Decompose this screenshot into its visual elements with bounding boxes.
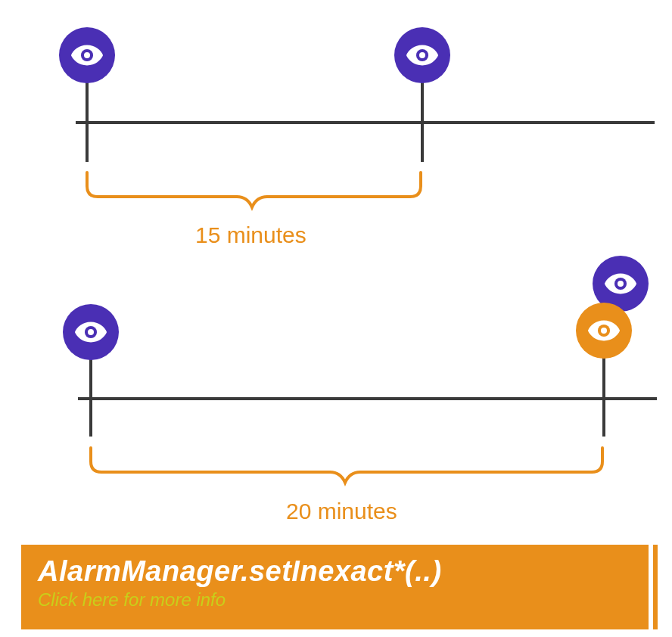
eye-icon bbox=[603, 266, 638, 301]
svg-point-5 bbox=[88, 329, 94, 335]
timeline-1-axis bbox=[76, 121, 655, 124]
svg-point-1 bbox=[84, 52, 90, 58]
brace-2 bbox=[89, 446, 604, 492]
svg-point-9 bbox=[601, 328, 607, 334]
svg-point-7 bbox=[618, 281, 624, 287]
footer-subtitle: Click here for more info bbox=[38, 589, 632, 611]
timeline-1-tick-start bbox=[86, 98, 89, 162]
timeline-2-axis bbox=[78, 397, 657, 400]
timeline-1-tick-end bbox=[421, 98, 424, 162]
footer-callout[interactable]: AlarmManager.setInexact*(..) Click here … bbox=[21, 545, 653, 629]
footer-title: AlarmManager.setInexact*(..) bbox=[38, 555, 632, 588]
eye-icon bbox=[586, 313, 621, 348]
eye-icon bbox=[73, 315, 108, 350]
eye-icon bbox=[405, 38, 440, 73]
timeline-2-tick-start bbox=[89, 374, 92, 437]
eye-marker-icon bbox=[394, 27, 450, 83]
timeline-2-tick-end bbox=[602, 374, 605, 437]
interval-2-label: 20 minutes bbox=[286, 499, 397, 524]
interval-1-label: 15 minutes bbox=[195, 222, 306, 248]
diagram-canvas: 15 minutes 20 minutes AlarmManager bbox=[0, 0, 672, 637]
brace-1 bbox=[86, 171, 422, 216]
eye-icon bbox=[70, 38, 104, 73]
eye-marker-icon bbox=[59, 27, 115, 83]
eye-marker-icon bbox=[63, 304, 119, 360]
eye-marker-icon bbox=[576, 303, 632, 359]
svg-point-3 bbox=[419, 52, 425, 58]
